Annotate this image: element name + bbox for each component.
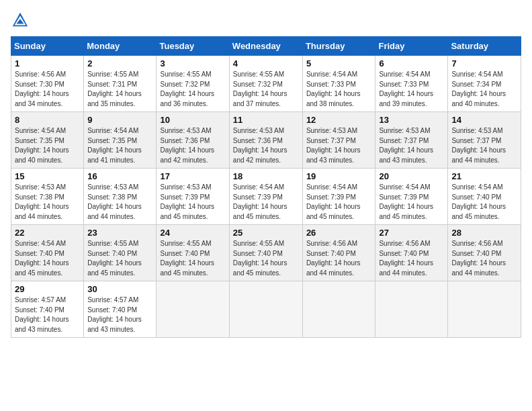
col-header-tuesday: Tuesday — [157, 37, 229, 56]
calendar-cell: 28Sunrise: 4:56 AMSunset: 7:40 PMDayligh… — [448, 225, 521, 281]
day-info: Sunrise: 4:54 AMSunset: 7:39 PMDaylight:… — [233, 183, 299, 222]
calendar-cell: 3Sunrise: 4:55 AMSunset: 7:32 PMDaylight… — [157, 56, 229, 112]
col-header-thursday: Thursday — [302, 37, 375, 56]
day-number: 25 — [233, 228, 299, 238]
day-info: Sunrise: 4:53 AMSunset: 7:38 PMDaylight:… — [87, 183, 152, 222]
day-info: Sunrise: 4:54 AMSunset: 7:33 PMDaylight:… — [306, 70, 372, 109]
day-info: Sunrise: 4:57 AMSunset: 7:40 PMDaylight:… — [87, 295, 152, 334]
calendar-cell: 18Sunrise: 4:54 AMSunset: 7:39 PMDayligh… — [229, 169, 302, 225]
day-info: Sunrise: 4:56 AMSunset: 7:30 PMDaylight:… — [15, 70, 80, 109]
day-info: Sunrise: 4:54 AMSunset: 7:33 PMDaylight:… — [379, 70, 444, 109]
calendar-cell: 8Sunrise: 4:54 AMSunset: 7:35 PMDaylight… — [11, 112, 84, 169]
day-number: 3 — [160, 58, 225, 68]
day-number: 23 — [87, 228, 152, 238]
day-number: 14 — [451, 115, 517, 125]
day-number: 30 — [87, 284, 152, 294]
col-header-sunday: Sunday — [11, 37, 84, 56]
calendar-cell: 20Sunrise: 4:54 AMSunset: 7:39 PMDayligh… — [375, 169, 448, 225]
calendar-cell: 6Sunrise: 4:54 AMSunset: 7:33 PMDaylight… — [375, 56, 448, 112]
calendar-cell: 17Sunrise: 4:53 AMSunset: 7:39 PMDayligh… — [157, 169, 229, 225]
day-info: Sunrise: 4:55 AMSunset: 7:40 PMDaylight:… — [233, 239, 299, 278]
day-info: Sunrise: 4:54 AMSunset: 7:40 PMDaylight:… — [15, 239, 80, 278]
col-header-saturday: Saturday — [448, 37, 521, 56]
day-number: 28 — [451, 228, 517, 238]
calendar-cell: 7Sunrise: 4:54 AMSunset: 7:34 PMDaylight… — [448, 56, 521, 112]
day-info: Sunrise: 4:53 AMSunset: 7:38 PMDaylight:… — [15, 183, 80, 222]
calendar-cell: 10Sunrise: 4:53 AMSunset: 7:36 PMDayligh… — [157, 112, 229, 169]
calendar-cell: 9Sunrise: 4:54 AMSunset: 7:35 PMDaylight… — [84, 112, 157, 169]
day-number: 11 — [233, 115, 299, 125]
calendar-cell: 2Sunrise: 4:55 AMSunset: 7:31 PMDaylight… — [84, 56, 157, 112]
calendar-cell — [302, 281, 375, 338]
col-header-friday: Friday — [375, 37, 448, 56]
calendar-cell: 4Sunrise: 4:55 AMSunset: 7:32 PMDaylight… — [229, 56, 302, 112]
day-info: Sunrise: 4:55 AMSunset: 7:40 PMDaylight:… — [160, 239, 225, 278]
day-info: Sunrise: 4:54 AMSunset: 7:40 PMDaylight:… — [451, 183, 517, 222]
logo-icon — [11, 11, 30, 30]
calendar-cell: 22Sunrise: 4:54 AMSunset: 7:40 PMDayligh… — [11, 225, 84, 281]
calendar-cell: 12Sunrise: 4:53 AMSunset: 7:37 PMDayligh… — [302, 112, 375, 169]
calendar-cell: 23Sunrise: 4:55 AMSunset: 7:40 PMDayligh… — [84, 225, 157, 281]
calendar-week-row: 22Sunrise: 4:54 AMSunset: 7:40 PMDayligh… — [11, 225, 521, 281]
day-info: Sunrise: 4:55 AMSunset: 7:40 PMDaylight:… — [87, 239, 152, 278]
day-number: 27 — [379, 228, 444, 238]
page-header — [11, 11, 521, 30]
calendar-cell: 25Sunrise: 4:55 AMSunset: 7:40 PMDayligh… — [229, 225, 302, 281]
day-number: 6 — [379, 58, 444, 68]
calendar-week-row: 29Sunrise: 4:57 AMSunset: 7:40 PMDayligh… — [11, 281, 521, 338]
calendar-cell: 30Sunrise: 4:57 AMSunset: 7:40 PMDayligh… — [84, 281, 157, 338]
day-number: 1 — [15, 58, 80, 68]
day-info: Sunrise: 4:54 AMSunset: 7:39 PMDaylight:… — [306, 183, 372, 222]
col-header-monday: Monday — [84, 37, 157, 56]
logo — [11, 11, 32, 30]
calendar-cell: 21Sunrise: 4:54 AMSunset: 7:40 PMDayligh… — [448, 169, 521, 225]
day-info: Sunrise: 4:53 AMSunset: 7:36 PMDaylight:… — [160, 126, 225, 165]
calendar-cell: 5Sunrise: 4:54 AMSunset: 7:33 PMDaylight… — [302, 56, 375, 112]
calendar-week-row: 1Sunrise: 4:56 AMSunset: 7:30 PMDaylight… — [11, 56, 521, 112]
day-number: 10 — [160, 115, 225, 125]
day-info: Sunrise: 4:56 AMSunset: 7:40 PMDaylight:… — [379, 239, 444, 278]
day-number: 2 — [87, 58, 152, 68]
day-info: Sunrise: 4:54 AMSunset: 7:34 PMDaylight:… — [451, 70, 517, 109]
day-info: Sunrise: 4:53 AMSunset: 7:37 PMDaylight:… — [451, 126, 517, 165]
calendar-cell: 27Sunrise: 4:56 AMSunset: 7:40 PMDayligh… — [375, 225, 448, 281]
day-number: 15 — [15, 171, 80, 181]
day-info: Sunrise: 4:55 AMSunset: 7:31 PMDaylight:… — [87, 70, 152, 109]
day-number: 22 — [15, 228, 80, 238]
calendar-cell — [229, 281, 302, 338]
calendar-cell: 29Sunrise: 4:57 AMSunset: 7:40 PMDayligh… — [11, 281, 84, 338]
day-info: Sunrise: 4:54 AMSunset: 7:39 PMDaylight:… — [379, 183, 444, 222]
day-number: 4 — [233, 58, 299, 68]
calendar-week-row: 15Sunrise: 4:53 AMSunset: 7:38 PMDayligh… — [11, 169, 521, 225]
day-info: Sunrise: 4:55 AMSunset: 7:32 PMDaylight:… — [233, 70, 299, 109]
calendar-cell: 19Sunrise: 4:54 AMSunset: 7:39 PMDayligh… — [302, 169, 375, 225]
day-number: 18 — [233, 171, 299, 181]
day-number: 21 — [451, 171, 517, 181]
calendar-cell — [375, 281, 448, 338]
calendar-cell — [157, 281, 229, 338]
calendar-cell: 13Sunrise: 4:53 AMSunset: 7:37 PMDayligh… — [375, 112, 448, 169]
day-number: 7 — [451, 58, 517, 68]
day-number: 16 — [87, 171, 152, 181]
day-number: 9 — [87, 115, 152, 125]
day-number: 5 — [306, 58, 372, 68]
calendar-week-row: 8Sunrise: 4:54 AMSunset: 7:35 PMDaylight… — [11, 112, 521, 169]
calendar-cell: 24Sunrise: 4:55 AMSunset: 7:40 PMDayligh… — [157, 225, 229, 281]
calendar-cell — [448, 281, 521, 338]
calendar-cell: 11Sunrise: 4:53 AMSunset: 7:36 PMDayligh… — [229, 112, 302, 169]
day-number: 26 — [306, 228, 372, 238]
day-number: 8 — [15, 115, 80, 125]
day-info: Sunrise: 4:56 AMSunset: 7:40 PMDaylight:… — [306, 239, 372, 278]
day-info: Sunrise: 4:56 AMSunset: 7:40 PMDaylight:… — [451, 239, 517, 278]
calendar-header-row: SundayMondayTuesdayWednesdayThursdayFrid… — [11, 37, 521, 56]
day-info: Sunrise: 4:57 AMSunset: 7:40 PMDaylight:… — [15, 295, 80, 334]
day-info: Sunrise: 4:53 AMSunset: 7:39 PMDaylight:… — [160, 183, 225, 222]
day-info: Sunrise: 4:54 AMSunset: 7:35 PMDaylight:… — [15, 126, 80, 165]
day-number: 24 — [160, 228, 225, 238]
day-info: Sunrise: 4:54 AMSunset: 7:35 PMDaylight:… — [87, 126, 152, 165]
calendar-cell: 15Sunrise: 4:53 AMSunset: 7:38 PMDayligh… — [11, 169, 84, 225]
day-number: 17 — [160, 171, 225, 181]
col-header-wednesday: Wednesday — [229, 37, 302, 56]
calendar-cell: 1Sunrise: 4:56 AMSunset: 7:30 PMDaylight… — [11, 56, 84, 112]
day-number: 19 — [306, 171, 372, 181]
